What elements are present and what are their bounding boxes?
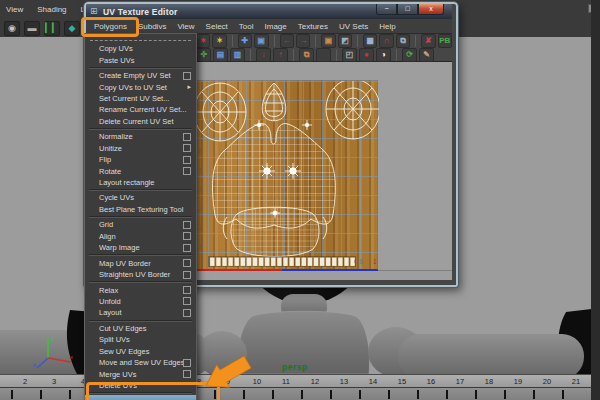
empty-icon[interactable] <box>316 48 331 62</box>
timeline-tick <box>301 390 303 399</box>
uv-wireframe <box>189 81 379 271</box>
option-box-icon[interactable] <box>183 72 191 80</box>
option-box-icon[interactable] <box>183 370 191 378</box>
flip-u-icon[interactable]: ▤ <box>213 48 228 62</box>
menu-item-grid[interactable]: Grid <box>85 219 196 230</box>
duplicate-uv-icon[interactable]: ⧉ <box>396 34 410 48</box>
menu-item-label: Align <box>99 232 183 241</box>
menu-item-set-current-uv-set[interactable]: Set Current UV Set... <box>85 93 196 104</box>
option-box-icon[interactable] <box>183 133 191 141</box>
grid-icon[interactable]: ▦ <box>363 34 377 48</box>
menu-item-warp-image[interactable]: Warp Image <box>85 242 196 253</box>
v-coordinate-label: .6 <box>197 148 202 155</box>
paint-icon[interactable]: ✎ <box>419 48 434 62</box>
delete-map-icon[interactable]: ✘ <box>421 34 435 48</box>
menu-item-unitize[interactable]: Unitize <box>85 143 196 154</box>
align-max-v-icon[interactable]: ↑ <box>273 48 288 62</box>
align-min-u-icon[interactable]: ← <box>280 34 294 48</box>
menu-item-split-uvs[interactable]: Split UVs <box>85 334 196 345</box>
align-max-u-icon[interactable]: → <box>296 34 310 48</box>
menu-item-layout-rectangle[interactable]: Layout rectangle <box>85 177 196 188</box>
option-box-icon[interactable] <box>183 221 191 229</box>
translate-uv-icon[interactable]: ✚ <box>238 34 252 48</box>
timeline-number: 17 <box>449 377 471 386</box>
menu-item-relax[interactable]: Relax <box>85 284 196 295</box>
menu-item-copy-uvs[interactable]: Copy UVs <box>85 43 196 54</box>
toolbar-separator <box>274 35 275 47</box>
option-box-icon[interactable] <box>183 309 191 317</box>
menu-item-paste-uvs[interactable]: Paste UVs <box>85 54 196 65</box>
option-box-icon[interactable] <box>183 259 191 267</box>
magnet-icon[interactable]: ∩ <box>379 34 393 48</box>
minimize-button[interactable]: − <box>376 4 397 15</box>
playblast-icon[interactable]: PB <box>438 34 452 48</box>
menu-tearoff-handle[interactable] <box>90 37 191 41</box>
option-box-icon[interactable] <box>183 271 191 279</box>
option-box-icon[interactable] <box>183 286 191 294</box>
maximize-button[interactable]: □ <box>397 4 418 15</box>
timeline-number: 16 <box>420 377 442 386</box>
dim-image-icon[interactable]: ◩ <box>338 34 352 48</box>
submenu-arrow-icon: ▸ <box>187 83 191 91</box>
menu-item-best-plane-texturing-tool[interactable]: Best Plane Texturing Tool <box>85 204 196 215</box>
option-box-icon[interactable] <box>183 297 191 305</box>
camera-label: persp <box>282 362 308 372</box>
option-box-icon[interactable] <box>183 359 191 367</box>
option-box-icon[interactable] <box>183 232 191 240</box>
svg-text:z: z <box>33 362 36 368</box>
snap-uv-icon[interactable]: ▣ <box>254 34 268 48</box>
rotate-uvs-cw-icon[interactable]: ✶ <box>212 34 226 48</box>
menu-item-align[interactable]: Align <box>85 231 196 242</box>
menu-item-merge-uvs[interactable]: Merge UVs <box>85 368 196 379</box>
align-min-v-icon[interactable]: ↓ <box>256 48 271 62</box>
menu-item-normalize[interactable]: Normalize <box>85 131 196 142</box>
menubar-select[interactable]: Select <box>206 22 228 31</box>
menu-item-unfold[interactable]: Unfold <box>85 296 196 307</box>
u-axis-blue <box>282 269 378 271</box>
menubar-textures[interactable]: Textures <box>298 22 328 31</box>
menu-item-label: Rename Current UV Set... <box>99 105 191 114</box>
menubar-tool[interactable]: Tool <box>239 22 254 31</box>
flip-v-icon[interactable]: ▥ <box>230 48 245 62</box>
menu-item-rename-current-uv-set[interactable]: Rename Current UV Set... <box>85 104 196 115</box>
option-box-icon[interactable] <box>183 167 191 175</box>
menu-item-map-uv-border[interactable]: Map UV Border <box>85 257 196 268</box>
menu-item-straighten-uv-border[interactable]: Straighten UV Border <box>85 269 196 280</box>
menu-item-cycle-uvs[interactable]: Cycle UVs <box>85 192 196 203</box>
window-title: UV Texture Editor <box>103 7 178 17</box>
menubar-view[interactable]: View <box>177 22 194 31</box>
menu-item-copy-uvs-to-uv-set[interactable]: Copy UVs to UV Set▸ <box>85 81 196 92</box>
close-button[interactable]: x <box>418 4 444 15</box>
window-titlebar[interactable]: ⊞ UV Texture Editor − □ x <box>86 4 452 19</box>
menubar-uv-sets[interactable]: UV Sets <box>339 22 368 31</box>
menu-item-layout[interactable]: Layout <box>85 307 196 318</box>
rotate-uvs-ccw-icon[interactable]: ✶ <box>196 34 210 48</box>
display-image-icon[interactable]: ▣ <box>321 34 335 48</box>
menu-item-label: Create Empty UV Set <box>99 71 183 80</box>
menu-item-sew-uv-edges[interactable]: Sew UV Edges <box>85 346 196 357</box>
option-box-icon[interactable] <box>183 156 191 164</box>
menu-item-delete-current-uv-set[interactable]: Delete Current UV Set <box>85 116 196 127</box>
menubar-image[interactable]: Image <box>265 22 287 31</box>
copy-image-icon[interactable]: ⧉ <box>299 48 314 62</box>
menu-item-label: Unfold <box>99 297 183 306</box>
menubar-subdivs[interactable]: Subdivs <box>138 22 166 31</box>
axis-cycle-icon[interactable]: ✜ <box>196 48 211 62</box>
menu-item-create-empty-uv-set[interactable]: Create Empty UV Set <box>85 70 196 81</box>
menu-item-move-and-sew-uv-edges[interactable]: Move and Sew UV Edges <box>85 357 196 368</box>
layers-icon[interactable]: ◰ <box>342 48 357 62</box>
option-box-icon[interactable] <box>183 144 191 152</box>
toolbar-separator <box>293 49 294 61</box>
u-axis-red <box>188 269 282 271</box>
refresh-icon[interactable]: ⟳ <box>402 48 417 62</box>
alpha-channel-icon[interactable]: ◑ <box>376 48 391 62</box>
option-box-icon[interactable] <box>183 244 191 252</box>
menu-item-flip[interactable]: Flip <box>85 154 196 165</box>
menubar-help[interactable]: Help <box>379 22 395 31</box>
timeline-tick <box>69 390 71 399</box>
menu-item-cut-uv-edges[interactable]: Cut UV Edges <box>85 323 196 334</box>
menu-item-label: Sew UV Edges <box>99 347 191 356</box>
menu-item-rotate[interactable]: Rotate <box>85 165 196 176</box>
timeline-number: 3 <box>43 377 65 386</box>
rgb-channels-icon[interactable]: ● <box>359 48 374 62</box>
